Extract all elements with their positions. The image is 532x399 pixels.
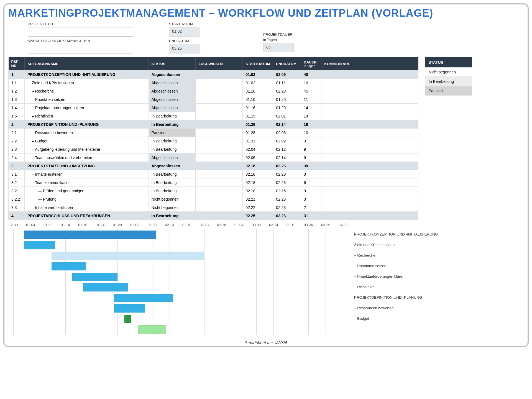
gantt-bar[interactable]: [52, 262, 86, 270]
manager-input[interactable]: [28, 44, 133, 53]
cell-start: 01.16: [243, 104, 273, 112]
table-row[interactable]: 3.2– TeamkommunikationIn Bearbeitung02.1…: [9, 178, 418, 187]
cell-comments[interactable]: [321, 79, 418, 87]
cell-assigned[interactable]: [196, 145, 243, 154]
table-row[interactable]: 1.4– Projektanforderungen klärenAbgeschl…: [9, 104, 418, 112]
cell-comments[interactable]: [321, 104, 418, 112]
cell-assigned[interactable]: [196, 137, 243, 145]
gantt-bar[interactable]: [83, 283, 128, 291]
cell-status[interactable]: Abgeschlossen: [149, 70, 196, 79]
cell-status[interactable]: Abgeschlossen: [149, 79, 196, 87]
col-duration: DAUERin Tagen: [301, 57, 321, 70]
axis-tick: 02.08: [148, 223, 157, 227]
cell-assigned[interactable]: [196, 203, 243, 212]
gantt-bar[interactable]: [138, 325, 166, 334]
table-row[interactable]: 3.2.1— Prüfen und genehmigenIn Bearbeitu…: [9, 187, 418, 195]
cell-status[interactable]: In Bearbeitung: [149, 187, 196, 195]
table-row[interactable]: 2PROJEKTDEFINITION UND -PLANUNGIn Bearbe…: [9, 120, 418, 129]
status-option[interactable]: Nicht begonnen: [425, 67, 472, 77]
cell-status[interactable]: Abgeschlossen: [149, 162, 196, 170]
cell-assigned[interactable]: [196, 120, 243, 129]
cell-comments[interactable]: [321, 95, 418, 104]
gantt-bar[interactable]: [124, 315, 131, 323]
cell-assigned[interactable]: [196, 178, 243, 187]
cell-comments[interactable]: [321, 203, 418, 212]
cell-comments[interactable]: [321, 137, 418, 145]
table-row[interactable]: 1.3– Prioritäten setzenAbgeschlossen01.1…: [9, 95, 418, 104]
cell-status[interactable]: Abgeschlossen: [149, 104, 196, 112]
gantt-row-label: PROJEKTKONZEPTION UND -INITIALISIERUNG: [354, 232, 438, 236]
gantt-bar[interactable]: [114, 304, 145, 313]
cell-comments[interactable]: [321, 70, 418, 79]
cell-assigned[interactable]: [196, 212, 243, 220]
status-option[interactable]: Pausiert: [425, 86, 472, 96]
table-row[interactable]: 3.3– Inhalte veröffentlichenNicht begonn…: [9, 203, 418, 212]
cell-comments[interactable]: [321, 129, 418, 137]
gantt-bar[interactable]: [24, 241, 55, 249]
axis-tick: 01.09: [44, 223, 53, 227]
cell-status[interactable]: In Bearbeitung: [149, 170, 196, 178]
table-row[interactable]: 4PROJEKTABSCHLUSS UND ERFAHRUNGENIn Bear…: [9, 212, 418, 220]
cell-status[interactable]: In Bearbeitung: [149, 178, 196, 187]
cell-name: – Aufgabengliederung und Meilensteine: [24, 145, 149, 154]
cell-comments[interactable]: [321, 145, 418, 154]
cell-assigned[interactable]: [196, 154, 243, 162]
cell-comments[interactable]: [321, 170, 418, 178]
table-row[interactable]: 1PROJEKTKONZEPTION UND -INITIALISIERUNGA…: [9, 70, 418, 79]
cell-status[interactable]: Abgeschlossen: [149, 154, 196, 162]
cell-assigned[interactable]: [196, 112, 243, 120]
cell-comments[interactable]: [321, 178, 418, 187]
cell-start: 02.18: [243, 178, 273, 187]
cell-status[interactable]: Abgeschlossen: [149, 95, 196, 104]
table-row[interactable]: 2.4– Team auswählen und vorbereitenAbges…: [9, 154, 418, 162]
cell-status[interactable]: Pausiert: [149, 129, 196, 137]
cell-comments[interactable]: [321, 87, 418, 95]
table-row[interactable]: 1.1Ziele und KPIs festlegenAbgeschlossen…: [9, 79, 418, 87]
table-row[interactable]: 3PROJEKTSTART UND -UMSETZUNGAbgeschlosse…: [9, 162, 418, 170]
table-row[interactable]: 2.3– Aufgabengliederung und Meilensteine…: [9, 145, 418, 154]
col-task: AUFGABENNAME: [24, 57, 149, 70]
table-row[interactable]: 2.1– Ressourcen bewertenPausiert01.2802.…: [9, 129, 418, 137]
table-row[interactable]: 1.2– RechercheAbgeschlossen01.1002.2345: [9, 87, 418, 95]
gantt-bar[interactable]: [52, 252, 204, 260]
cell-status[interactable]: In Bearbeitung: [149, 137, 196, 145]
cell-status[interactable]: In Bearbeitung: [149, 212, 196, 220]
cell-status[interactable]: In Bearbeitung: [149, 145, 196, 154]
cell-status[interactable]: Nicht begonnen: [149, 203, 196, 212]
cell-comments[interactable]: [321, 212, 418, 220]
cell-assigned[interactable]: [196, 162, 243, 170]
cell-status[interactable]: Nicht begonnen: [149, 195, 196, 203]
cell-end: 02.02: [273, 137, 301, 145]
gantt-bar[interactable]: [24, 231, 156, 239]
project-title-input[interactable]: [28, 27, 133, 37]
cell-assigned[interactable]: [196, 104, 243, 112]
cell-assigned[interactable]: [196, 79, 243, 87]
cell-status[interactable]: In Bearbeitung: [149, 112, 196, 120]
cell-comments[interactable]: [321, 195, 418, 203]
cell-assigned[interactable]: [196, 87, 243, 95]
gantt-row-label: – Recherche: [354, 253, 375, 257]
cell-comments[interactable]: [321, 162, 418, 170]
cell-assigned[interactable]: [196, 129, 243, 137]
col-assigned: ZUGEWIESEN: [196, 57, 243, 70]
cell-status[interactable]: In Bearbeitung: [149, 120, 196, 129]
cell-assigned[interactable]: [196, 195, 243, 203]
cell-comments[interactable]: [321, 120, 418, 129]
cell-assigned[interactable]: [196, 170, 243, 178]
table-row[interactable]: 2.2– BudgetIn Bearbeitung01.3102.023: [9, 137, 418, 145]
cell-comments[interactable]: [321, 112, 418, 120]
status-option[interactable]: In Bearbeitung: [425, 77, 472, 86]
table-row[interactable]: 3.1– Inhalte erstellenIn Bearbeitung02.1…: [9, 170, 418, 178]
cell-assigned[interactable]: [196, 70, 243, 79]
cell-assigned[interactable]: [196, 187, 243, 195]
table-row[interactable]: 3.2.2— PrüfungNicht begonnen02.2102.233: [9, 195, 418, 203]
cell-comments[interactable]: [321, 187, 418, 195]
table-row[interactable]: 1.5– RichtlinienIn Bearbeitung01.1902.01…: [9, 112, 418, 120]
gantt-bar[interactable]: [72, 273, 117, 281]
cell-status[interactable]: Abgeschlossen: [149, 87, 196, 95]
gantt-chart: 12.3001.0401.0901.1401.1901.2401.2902.03…: [8, 223, 524, 339]
axis-tick: 03.29: [321, 223, 330, 227]
cell-comments[interactable]: [321, 154, 418, 162]
cell-assigned[interactable]: [196, 95, 243, 104]
gantt-bar[interactable]: [114, 294, 173, 302]
